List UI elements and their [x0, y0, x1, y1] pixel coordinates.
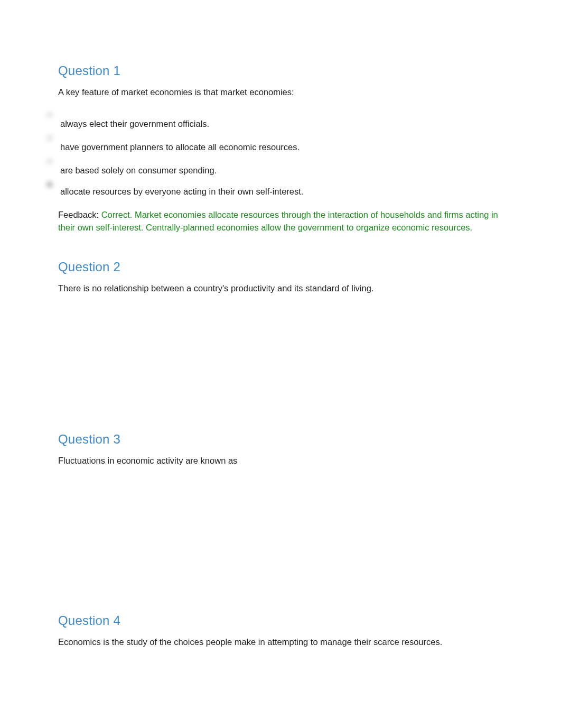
radio-icon[interactable] — [44, 179, 55, 190]
feedback: Feedback: Correct. Market economies allo… — [58, 209, 503, 234]
feedback-label: Feedback: — [58, 210, 101, 219]
feedback-text: Correct. Market economies allocate resou… — [58, 210, 498, 232]
question-title: Question 2 — [58, 260, 503, 274]
option-2[interactable]: have government planners to allocate all… — [58, 133, 503, 154]
question-4: Question 4 Economics is the study of the… — [58, 613, 503, 649]
blurred-content-area — [58, 320, 503, 432]
question-prompt: There is no relationship between a count… — [58, 282, 503, 295]
question-3: Question 3 Fluctuations in economic acti… — [58, 432, 503, 467]
question-title: Question 4 — [58, 613, 503, 628]
question-prompt: A key feature of market economies is tha… — [58, 86, 503, 99]
option-text: are based solely on consumer spending. — [60, 156, 217, 177]
option-text: allocate resources by everyone acting in… — [60, 179, 303, 198]
option-3[interactable]: are based solely on consumer spending. — [58, 156, 503, 177]
options-list: always elect their government officials.… — [58, 109, 503, 202]
question-title: Question 1 — [58, 63, 503, 78]
blurred-content-area — [58, 493, 503, 613]
blurred-content-area — [58, 674, 503, 728]
radio-icon[interactable] — [44, 156, 55, 167]
question-prompt: Economics is the study of the choices pe… — [58, 635, 503, 649]
radio-icon[interactable] — [44, 133, 55, 143]
option-1[interactable]: always elect their government officials. — [58, 109, 503, 131]
question-2: Question 2 There is no relationship betw… — [58, 260, 503, 295]
option-text: always elect their government officials. — [60, 109, 209, 130]
question-1: Question 1 A key feature of market econo… — [58, 63, 503, 234]
question-title: Question 3 — [58, 432, 503, 447]
question-prompt: Fluctuations in economic activity are kn… — [58, 454, 503, 467]
option-4[interactable]: allocate resources by everyone acting in… — [58, 179, 503, 200]
radio-icon[interactable] — [44, 109, 55, 120]
option-text: have government planners to allocate all… — [60, 133, 300, 153]
